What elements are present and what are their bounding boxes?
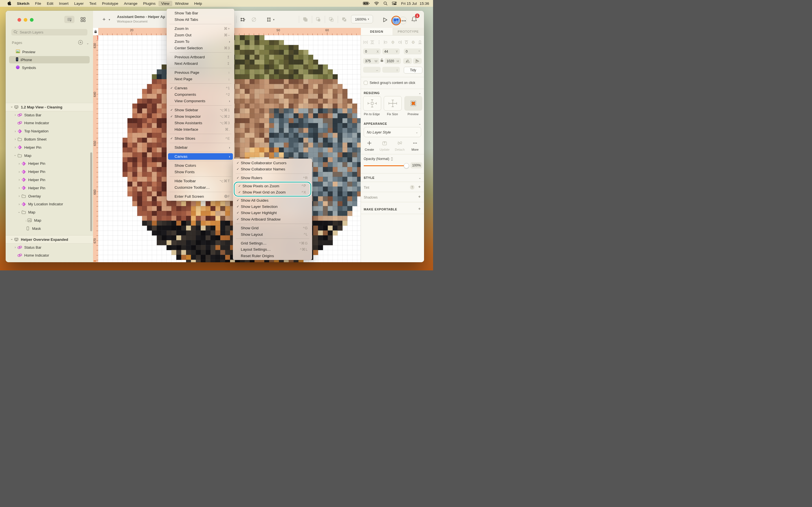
align-bottom-icon[interactable] bbox=[417, 40, 422, 45]
opacity-value-field[interactable]: 100% bbox=[410, 162, 422, 168]
view-menu-item-hide-toolbar[interactable]: Hide Toolbar⌥⌘T bbox=[168, 178, 233, 184]
create-symbol-button[interactable]: Create bbox=[361, 140, 377, 151]
layer-row-helper-overview-expanded[interactable]: Helper Overview Expanded bbox=[6, 235, 93, 244]
preview-play-button[interactable] bbox=[382, 16, 389, 23]
view-menu-item-canvas[interactable]: Canvas› bbox=[168, 153, 233, 160]
search-field[interactable] bbox=[11, 29, 87, 36]
chevron-right-icon[interactable] bbox=[13, 137, 17, 141]
layer-row-home-indicator[interactable]: Home Indicator bbox=[6, 251, 93, 260]
ruler-vertical[interactable]: 630640650660670 bbox=[93, 35, 98, 262]
chevron-right-icon[interactable] bbox=[13, 145, 17, 149]
boolean-intersect-button[interactable] bbox=[327, 16, 336, 23]
add-shadow-button[interactable]: + bbox=[418, 194, 421, 199]
resizing-option-fix-size[interactable] bbox=[384, 96, 402, 111]
view-menu-item-show-slices[interactable]: ✓Show Slices^E bbox=[168, 135, 233, 142]
distribute-horizontally-icon[interactable] bbox=[363, 40, 368, 45]
boolean-union-button[interactable] bbox=[301, 16, 310, 23]
vertical-spacing-field[interactable]: ↕ bbox=[382, 67, 400, 73]
view-menu-item-hide-interface[interactable]: Hide Interface⌘. bbox=[168, 126, 233, 133]
view-menu-item-show-inspector[interactable]: ✓Show Inspector⌥⌘2 bbox=[168, 113, 233, 120]
zoom-window-button[interactable] bbox=[30, 18, 34, 22]
layer-row-combined-shape[interactable]: Combined Shape bbox=[6, 260, 93, 262]
tidy-button[interactable]: Tidy bbox=[404, 67, 422, 73]
view-menu-item-components[interactable]: Components^2 bbox=[168, 91, 233, 98]
view-menu-item-zoom-out[interactable]: Zoom Out⌘– bbox=[168, 32, 233, 38]
minimize-window-button[interactable] bbox=[24, 18, 28, 22]
search-input[interactable] bbox=[19, 30, 85, 35]
layer-row-overlay[interactable]: Overlay bbox=[6, 192, 93, 200]
x-position-field[interactable]: 0X bbox=[363, 48, 380, 54]
chevron-right-icon[interactable] bbox=[13, 113, 17, 117]
menubar-item-sketch[interactable]: Sketch bbox=[14, 1, 32, 6]
sidebar-scrollbar[interactable] bbox=[90, 152, 92, 231]
canvas-submenu-item-show-collaborator-cursors[interactable]: ✓Show Collaborator Cursors bbox=[234, 160, 311, 166]
layer-row-my-location-indicator[interactable]: My Location Indicator bbox=[6, 200, 93, 208]
flip-horizontal-button[interactable] bbox=[403, 58, 412, 64]
align-middle-vertical-icon[interactable] bbox=[411, 40, 416, 45]
align-right-icon[interactable] bbox=[397, 40, 402, 45]
view-menu-item-view-components[interactable]: View Components› bbox=[168, 98, 233, 104]
rotation-field[interactable]: 0° bbox=[404, 48, 422, 54]
chevron-down-icon[interactable] bbox=[17, 210, 21, 214]
view-menu-item-next-page[interactable]: Next Page↓ bbox=[168, 76, 233, 82]
canvas-submenu-item-reset-ruler-origins[interactable]: Reset Ruler Origins bbox=[234, 252, 311, 259]
opacity-slider[interactable] bbox=[364, 165, 406, 166]
layer-row-helper-pin[interactable]: Helper Pin bbox=[6, 168, 93, 176]
chevron-right-icon[interactable] bbox=[17, 178, 21, 182]
close-window-button[interactable] bbox=[17, 18, 21, 22]
canvas-submenu-item-layout-settings[interactable]: Layout Settings…^⌘L bbox=[234, 246, 311, 252]
layer-row-map[interactable]: ↓Map bbox=[6, 216, 93, 224]
chevron-right-icon[interactable] bbox=[17, 194, 21, 198]
align-top-icon[interactable] bbox=[404, 40, 409, 45]
layer-row-home-indicator[interactable]: Home Indicator bbox=[6, 119, 93, 127]
select-group-checkbox[interactable] bbox=[364, 81, 368, 85]
chevron-right-icon[interactable] bbox=[17, 162, 21, 166]
opacity-slider-knob[interactable] bbox=[404, 163, 409, 168]
view-menu-item-sidebar[interactable]: Sidebar› bbox=[168, 144, 233, 151]
canvas-submenu-item-show-layer-highlight[interactable]: ✓Show Layer Highlight bbox=[234, 210, 311, 216]
insert-chevron-icon[interactable]: ▾ bbox=[108, 17, 111, 21]
wifi-icon[interactable] bbox=[374, 2, 379, 5]
sidebar-page-preview[interactable]: Preview bbox=[9, 48, 90, 55]
chevron-right-icon[interactable] bbox=[17, 170, 21, 174]
toggle-canvas-view-button[interactable] bbox=[64, 16, 74, 23]
canvas-submenu-item-show-artboard-shadow[interactable]: ✓Show Artboard Shadow bbox=[234, 216, 311, 222]
view-menu-item-canvas[interactable]: ✓Canvas^1 bbox=[168, 85, 233, 91]
layer-row-1-2-map-view-cleaning[interactable]: 1.2 Map View - Cleaning bbox=[6, 103, 93, 111]
layer-style-select[interactable]: No Layer Style ⌄ bbox=[364, 127, 421, 137]
update-symbol-button[interactable]: Update bbox=[377, 140, 393, 151]
resize-constraints-button[interactable] bbox=[265, 16, 272, 23]
menubar-item-insert[interactable]: Insert bbox=[56, 1, 71, 6]
align-left-icon[interactable] bbox=[384, 40, 388, 45]
canvas-submenu-item-show-pixels-on-zoom[interactable]: ✓Show Pixels on Zoom^P bbox=[236, 183, 309, 189]
rotate-tool-button[interactable] bbox=[250, 16, 258, 23]
layer-row-status-bar[interactable]: Status Bar bbox=[6, 111, 93, 119]
chevron-right-icon[interactable] bbox=[13, 262, 17, 262]
height-field[interactable]: 1020H bbox=[385, 58, 401, 64]
add-page-button[interactable] bbox=[78, 40, 83, 46]
collapse-pages-chevron-icon[interactable]: ⌄ bbox=[86, 41, 89, 45]
layer-row-helper-pin[interactable]: Helper Pin bbox=[6, 144, 93, 151]
canvas-submenu-item-show-rulers[interactable]: ✓Show Rulers^R bbox=[234, 175, 311, 181]
edit-vector-tool-button[interactable] bbox=[239, 16, 246, 23]
tab-design[interactable]: DESIGN bbox=[361, 28, 393, 35]
apple-menu-icon[interactable] bbox=[4, 0, 14, 7]
view-menu-item-show-tab-bar[interactable]: Show Tab Bar bbox=[168, 10, 233, 16]
battery-icon[interactable] bbox=[363, 2, 370, 5]
lock-ratio-icon[interactable] bbox=[380, 58, 384, 63]
canvas-submenu-item-show-layout[interactable]: Show Layout^L bbox=[234, 231, 311, 237]
canvas-submenu-item-show-grid[interactable]: Show Grid^G bbox=[234, 225, 311, 231]
layer-row-map[interactable]: Map bbox=[6, 209, 93, 216]
chevron-right-icon[interactable] bbox=[17, 202, 21, 206]
menubar-item-plugins[interactable]: Plugins bbox=[140, 1, 158, 6]
menubar-item-help[interactable]: Help bbox=[192, 1, 205, 6]
ruler-corner-lock[interactable] bbox=[93, 28, 98, 36]
divider-dots-icon[interactable] bbox=[377, 40, 382, 45]
view-menu-item-zoom-in[interactable]: Zoom In⌘+ bbox=[168, 25, 233, 32]
layer-row-bottom-sheet[interactable]: Bottom Sheet bbox=[6, 135, 93, 143]
view-menu-item-customize-toolbar[interactable]: Customize Toolbar… bbox=[168, 184, 233, 191]
menubar-item-arrange[interactable]: Arrange bbox=[121, 1, 140, 6]
layer-row-helper-pin[interactable]: Helper Pin bbox=[6, 184, 93, 192]
layer-row-mask[interactable]: Mask bbox=[6, 224, 93, 232]
chevron-right-icon[interactable] bbox=[13, 245, 17, 249]
